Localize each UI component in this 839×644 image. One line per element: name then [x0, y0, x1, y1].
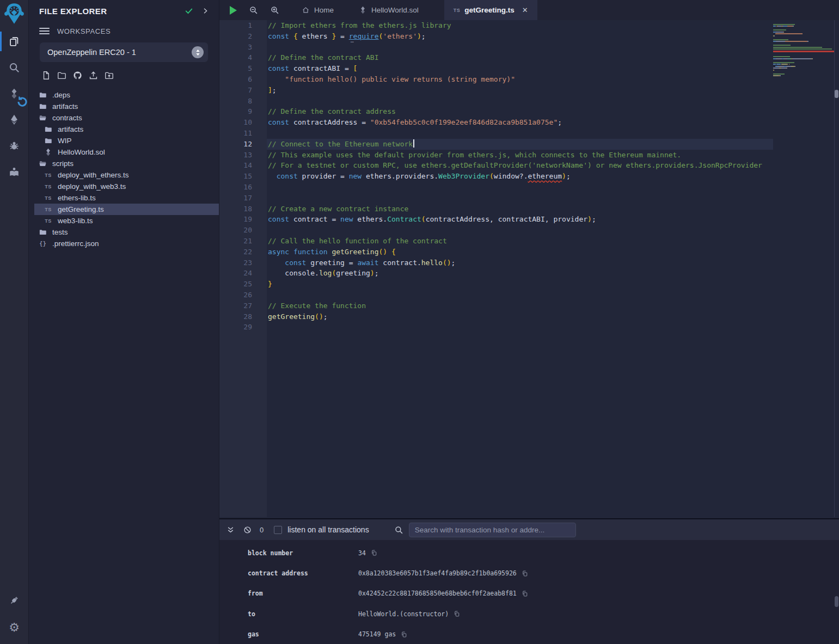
code-line-7[interactable]: 7]; — [219, 85, 839, 96]
copy-icon[interactable] — [522, 570, 528, 577]
code-line-1[interactable]: 1// Import ethers from the ethers.js lib… — [219, 20, 839, 31]
code-line-24[interactable]: 24 console.log(greeting); — [219, 268, 839, 279]
code-line-26[interactable]: 26 — [219, 290, 839, 300]
rail-deploy-and-run[interactable] — [0, 107, 28, 133]
rail-settings[interactable]: ⚙ — [0, 615, 28, 641]
code-line-4[interactable]: 4// Define the contract ABI — [219, 52, 839, 63]
terminal: 0 listen on all transactions block numbe… — [219, 518, 839, 644]
caret-updown-icon — [192, 46, 204, 58]
code-line-21[interactable]: 21// Call the hello function of the cont… — [219, 236, 839, 247]
gear-icon: ⚙ — [9, 622, 20, 634]
zoom-out-icon[interactable] — [249, 5, 258, 15]
code-line-22[interactable]: 22async function getGreeting() { — [219, 247, 839, 257]
workspace-select[interactable]: OpenZeppelin ERC20 - 1 — [40, 42, 208, 62]
code-line-25[interactable]: 25} — [219, 279, 839, 290]
code-text: const greeting = await contract.hello(); — [252, 257, 455, 268]
copy-icon[interactable] — [454, 610, 460, 617]
code-line-15[interactable]: 15 const provider = new ethers.providers… — [219, 171, 839, 182]
copy-icon[interactable] — [522, 590, 528, 597]
code-line-14[interactable]: 14// For a testnet or custom RPC, use et… — [219, 160, 839, 171]
rail-learneth[interactable] — [0, 159, 28, 185]
rail-search[interactable] — [0, 54, 28, 81]
tree-item-label: web3-lib.ts — [58, 217, 93, 225]
editor-scrollbar[interactable] — [834, 20, 839, 517]
code-line-12[interactable]: 12// Connect to the Ethereum network — [219, 139, 839, 150]
code-line-27[interactable]: 27// Execute the function — [219, 300, 839, 311]
tree-item-ethers-lib.ts[interactable]: TSethers-lib.ts — [29, 192, 219, 204]
terminal-scrollbar-thumb[interactable] — [835, 596, 838, 607]
remix-logo-icon[interactable] — [0, 0, 28, 28]
tree-item-contracts[interactable]: contracts — [29, 112, 219, 124]
code-line-20[interactable]: 20 — [219, 225, 839, 236]
tree-item-artifacts[interactable]: artifacts — [29, 124, 219, 135]
code-line-28[interactable]: 28getGreeting(); — [219, 311, 839, 322]
tree-item-label: deploy_with_web3.ts — [58, 182, 126, 191]
panel-title: FILE EXPLORER — [39, 7, 179, 16]
code-line-23[interactable]: 23 const greeting = await contract.hello… — [219, 257, 839, 268]
upload-file-button[interactable] — [88, 71, 99, 82]
listen-transactions-checkbox[interactable] — [274, 526, 282, 534]
close-icon[interactable]: ✕ — [522, 6, 528, 14]
rail-debugger[interactable] — [0, 133, 28, 159]
tree-item-deploy_with_web3.ts[interactable]: TSdeploy_with_web3.ts — [29, 181, 219, 192]
tree-item-HelloWorld.sol[interactable]: HelloWorld.sol — [29, 146, 219, 158]
code-line-16[interactable]: 16 — [219, 182, 839, 193]
chevron-right-icon[interactable] — [199, 5, 211, 17]
tree-item-scripts[interactable]: scripts — [29, 158, 219, 169]
zoom-in-icon[interactable] — [270, 5, 279, 15]
tree-item-deploy_with_ethers.ts[interactable]: TSdeploy_with_ethers.ts — [29, 169, 219, 181]
tree-item-WIP[interactable]: WIP — [29, 135, 219, 146]
rail-solidity-compiler[interactable] — [0, 81, 28, 107]
code-line-13[interactable]: 13// This example uses the default provi… — [219, 150, 839, 161]
check-icon[interactable] — [183, 5, 195, 17]
editor-scrollbar-thumb[interactable] — [835, 90, 838, 98]
tree-item-getGreeting.ts[interactable]: TSgetGreeting.ts — [29, 204, 219, 215]
tree-item-web3-lib.ts[interactable]: TSweb3-lib.ts — [29, 215, 219, 226]
code-line-8[interactable]: 8 — [219, 96, 839, 107]
tab-bar: HomeHelloWorld.solTSgetGreeting.ts✕ — [219, 0, 839, 20]
copy-icon[interactable] — [371, 549, 377, 556]
tree-item-artifacts[interactable]: artifacts — [29, 101, 219, 112]
code-line-2[interactable]: 2const { ethers } = require('ethers'); — [219, 31, 839, 42]
code-line-17[interactable]: 17 — [219, 193, 839, 204]
code-line-10[interactable]: 10const contractAddress = "0xb54febb5c0c… — [219, 117, 839, 128]
tree-item-tests[interactable]: tests — [29, 226, 219, 238]
terminal-search-input[interactable] — [409, 523, 576, 537]
double-chevron-down-icon[interactable] — [226, 525, 235, 535]
rail-file-explorer[interactable] — [0, 28, 28, 54]
run-script-icon[interactable] — [230, 6, 237, 15]
hamburger-menu-icon[interactable] — [39, 26, 50, 36]
code-line-3[interactable]: 3 — [219, 42, 839, 53]
terminal-log-row: gas475149 gas — [219, 624, 839, 644]
editor-area: HomeHelloWorld.solTSgetGreeting.ts✕ 1// … — [219, 0, 839, 644]
code-line-18[interactable]: 18// Create a new contract instance — [219, 204, 839, 214]
terminal-log-value: 0x8a120383e6057b1f3aef4fa9b89c2f1b0a6959… — [358, 569, 528, 577]
code-editor[interactable]: 1// Import ethers from the ethers.js lib… — [219, 20, 839, 517]
line-number: 1 — [219, 20, 252, 31]
tab-HelloWorld.sol[interactable]: HelloWorld.sol — [350, 0, 428, 20]
rail-plugin-manager[interactable] — [0, 588, 28, 615]
code-line-11[interactable]: 11 — [219, 128, 839, 139]
tree-item-.prettierrc.json[interactable]: {}.prettierrc.json — [29, 238, 219, 249]
line-number: 15 — [219, 171, 252, 182]
clone-github-button[interactable] — [72, 71, 83, 82]
create-folder-button[interactable] — [56, 71, 67, 82]
tree-item-label: tests — [52, 228, 68, 236]
copy-icon[interactable] — [401, 631, 407, 638]
terminal-log-label: gas — [248, 630, 358, 638]
tree-item-.deps[interactable]: .deps — [29, 89, 219, 101]
terminal-log-label: block number — [248, 549, 358, 557]
circle-slash-icon[interactable] — [243, 525, 252, 535]
tab-getGreeting.ts[interactable]: TSgetGreeting.ts✕ — [444, 0, 537, 20]
code-line-9[interactable]: 9// Define the contract address — [219, 106, 839, 117]
minimap[interactable] — [773, 20, 834, 517]
code-line-6[interactable]: 6 "function hello() public view returns … — [219, 74, 839, 85]
code-line-19[interactable]: 19const contract = new ethers.Contract(c… — [219, 214, 839, 225]
tab-Home[interactable]: Home — [292, 0, 343, 20]
create-file-button[interactable] — [40, 71, 51, 82]
text-cursor — [413, 139, 414, 148]
code-line-5[interactable]: 5const contractABI = [ — [219, 63, 839, 74]
upload-folder-button[interactable] — [103, 71, 114, 82]
line-number: 18 — [219, 204, 252, 214]
code-line-29[interactable]: 29 — [219, 322, 839, 333]
